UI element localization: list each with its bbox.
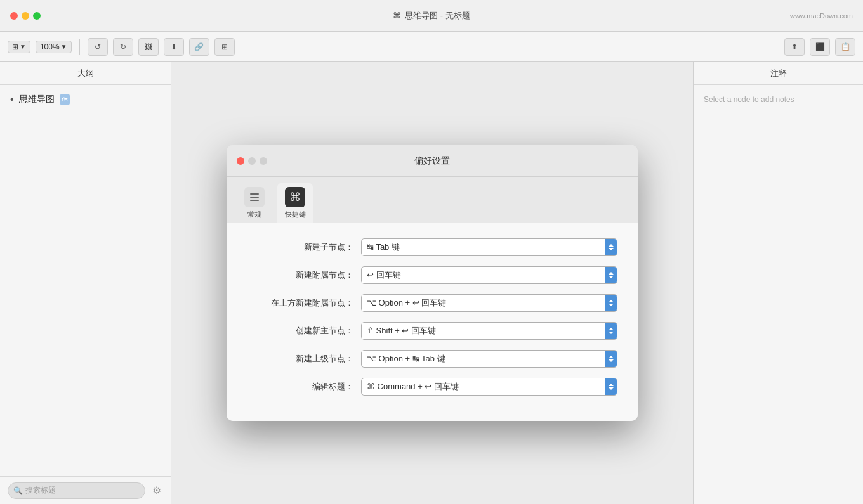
- arrow-up-icon: [609, 356, 614, 358]
- sidebar-item-mindmap[interactable]: • 思维导图 🗺: [10, 93, 161, 107]
- arrow-up-icon: [609, 272, 614, 275]
- select-arrow-1: [605, 267, 617, 283]
- dialog-minimize-button[interactable]: [248, 157, 256, 165]
- main-titlebar: ⌘ 思维导图 - 无标题 www.macDown.com: [0, 0, 863, 32]
- app-title: ⌘ 思维导图 - 无标题: [393, 10, 470, 22]
- title-icon: ⌘: [393, 11, 401, 20]
- undo-button[interactable]: ↺: [88, 38, 108, 56]
- pref-value-4: ⌥ Option + ↹ Tab 键: [367, 353, 612, 365]
- dialog-close-button[interactable]: [237, 157, 244, 165]
- arrow-down-icon: [609, 332, 614, 334]
- sidebar-toggle-button[interactable]: ⬛: [810, 38, 830, 56]
- minimize-button[interactable]: [22, 12, 29, 20]
- pref-select-4[interactable]: ⌥ Option + ↹ Tab 键: [361, 350, 617, 368]
- select-arrow-0: [605, 239, 617, 255]
- arrow-up-icon: [609, 244, 614, 247]
- bullet-icon: •: [10, 94, 14, 105]
- pref-value-0: ↹ Tab 键: [367, 242, 612, 253]
- pref-label-3: 创建新主节点：: [247, 325, 361, 337]
- share-button[interactable]: ⬆: [784, 38, 805, 56]
- pref-value-2: ⌥ Option + ↩ 回车键: [367, 297, 612, 309]
- sidebar-footer: 🔍 搜索标题 ⚙: [0, 476, 171, 504]
- expand-button[interactable]: ⊞: [214, 38, 235, 56]
- arrow-down-icon: [609, 359, 614, 362]
- preferences-dialog: 偏好设置 常规: [227, 145, 638, 421]
- image-button[interactable]: 🖼: [138, 38, 159, 56]
- select-arrow-4: [605, 351, 617, 367]
- dialog-traffic-lights: [237, 157, 267, 165]
- sidebar-header: 大纲: [0, 62, 171, 85]
- traffic-lights: [10, 12, 41, 20]
- pref-value-5: ⌘ Command + ↩ 回车键: [367, 381, 612, 392]
- pref-select-5[interactable]: ⌘ Command + ↩ 回车键: [361, 378, 617, 396]
- arrow-down-icon: [609, 276, 614, 278]
- shortcuts-icon: ⌘: [285, 187, 305, 207]
- dialog-title: 偏好设置: [414, 155, 450, 167]
- svg-rect-2: [250, 200, 259, 201]
- dialog-overlay: 偏好设置 常规: [171, 62, 693, 504]
- zoom-group: 100% ▼: [36, 41, 72, 53]
- settings-icon[interactable]: ⚙: [150, 484, 163, 497]
- select-arrow-2: [605, 295, 617, 311]
- sidebar-title: 大纲: [77, 68, 94, 79]
- tab-shortcuts-label: 快捷键: [285, 210, 306, 219]
- pref-select-3[interactable]: ⇧ Shift + ↩ 回车键: [361, 322, 617, 340]
- sidebar-item-label: 思维导图: [19, 94, 55, 105]
- main-area: 大纲 • 思维导图 🗺 🔍 搜索标题 ⚙: [0, 62, 863, 504]
- pref-label-4: 新建上级节点：: [247, 353, 361, 365]
- pref-row-3: 创建新主节点： ⇧ Shift + ↩ 回车键: [247, 322, 617, 340]
- main-toolbar: ⊞ ▼ 100% ▼ ↺ ↻ 🖼 ⬇ 🔗 ⊞ ⬆ ⬛ 📋: [0, 32, 863, 62]
- dialog-tabs: 常规 ⌘ 快捷键: [227, 177, 638, 223]
- link-button[interactable]: 🔗: [189, 38, 209, 56]
- notes-placeholder: Select a node to add notes: [694, 85, 863, 114]
- search-placeholder: 搜索标题: [25, 485, 56, 496]
- tab-general[interactable]: 常规: [237, 183, 272, 223]
- watermark: www.macDown.com: [790, 12, 853, 20]
- select-arrow-3: [605, 323, 617, 339]
- arrow-up-icon: [609, 328, 614, 330]
- arrow-down-icon: [609, 248, 614, 250]
- pref-row-2: 在上方新建附属节点： ⌥ Option + ↩ 回车键: [247, 294, 617, 312]
- select-arrow-5: [605, 378, 617, 395]
- search-icon: 🔍: [13, 486, 23, 495]
- notes-panel: 注释 Select a node to add notes: [693, 62, 863, 504]
- attachment-button[interactable]: ⬇: [164, 38, 184, 56]
- notes-toggle-button[interactable]: 📋: [835, 38, 855, 56]
- mindmap-icon: 🗺: [60, 94, 70, 105]
- arrow-down-icon: [609, 387, 614, 390]
- zoom-value: 100%: [40, 42, 60, 51]
- pref-label-5: 编辑标题：: [247, 381, 361, 392]
- pref-select-2[interactable]: ⌥ Option + ↩ 回车键: [361, 294, 617, 312]
- outline-sidebar: 大纲 • 思维导图 🗺 🔍 搜索标题 ⚙: [0, 62, 171, 504]
- notes-header: 注释: [694, 62, 863, 85]
- view-selector[interactable]: ⊞ ▼: [8, 41, 30, 53]
- arrow-up-icon: [609, 384, 614, 386]
- general-icon: [244, 187, 265, 207]
- arrow-up-icon: [609, 300, 614, 302]
- redo-button[interactable]: ↻: [113, 38, 133, 56]
- notes-title: 注释: [770, 68, 787, 79]
- pref-select-1[interactable]: ↩ 回车键: [361, 266, 617, 284]
- pref-value-1: ↩ 回车键: [367, 269, 612, 281]
- pref-label-0: 新建子节点：: [247, 242, 361, 253]
- tab-shortcuts[interactable]: ⌘ 快捷键: [277, 183, 313, 223]
- pref-row-5: 编辑标题： ⌘ Command + ↩ 回车键: [247, 378, 617, 396]
- arrow-down-icon: [609, 304, 614, 306]
- pref-select-0[interactable]: ↹ Tab 键: [361, 238, 617, 256]
- dialog-maximize-button[interactable]: [260, 157, 267, 165]
- search-box[interactable]: 🔍 搜索标题: [8, 482, 145, 499]
- pref-label-2: 在上方新建附属节点：: [247, 297, 361, 309]
- maximize-button[interactable]: [33, 12, 41, 20]
- canvas-area[interactable]: 偏好设置 常规: [171, 62, 693, 504]
- dialog-content: 新建子节点： ↹ Tab 键 新建附属节点： ↩ 回车键: [227, 223, 638, 421]
- view-icon: ⊞: [12, 42, 18, 51]
- pref-row-0: 新建子节点： ↹ Tab 键: [247, 238, 617, 256]
- svg-rect-0: [250, 193, 259, 195]
- close-button[interactable]: [10, 12, 18, 20]
- sidebar-content: • 思维导图 🗺: [0, 85, 171, 476]
- zoom-selector[interactable]: 100% ▼: [36, 41, 72, 53]
- toolbar-divider-1: [79, 39, 80, 55]
- pref-value-3: ⇧ Shift + ↩ 回车键: [367, 325, 612, 337]
- pref-row-4: 新建上级节点： ⌥ Option + ↹ Tab 键: [247, 350, 617, 368]
- svg-rect-1: [250, 197, 259, 198]
